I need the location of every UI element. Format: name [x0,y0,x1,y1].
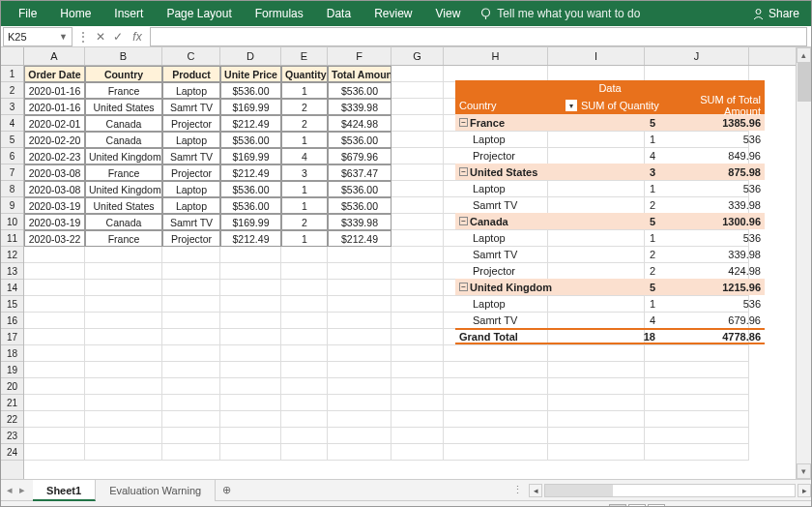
cell[interactable]: 1 [281,82,328,99]
row-header[interactable]: 10 [1,214,23,230]
cell[interactable] [328,428,392,444]
row-header[interactable]: 2 [1,82,23,99]
tab-split[interactable]: ⋮ [512,484,523,496]
cell[interactable]: Canada [85,132,162,148]
ribbon-tab-review[interactable]: Review [362,1,423,26]
pivot-item[interactable]: Laptop1536 [455,180,765,196]
cell[interactable]: 2020-01-16 [24,99,85,115]
cell[interactable] [548,378,645,395]
cell[interactable] [85,329,162,345]
cell[interactable] [220,395,281,411]
cell[interactable] [85,263,162,280]
cell[interactable] [24,428,85,444]
cell[interactable] [162,428,220,444]
tab-evaluation[interactable]: Evaluation Warning [96,480,216,501]
cell[interactable]: Projector [162,115,220,132]
cell[interactable] [85,296,162,313]
cell[interactable]: 3 [281,164,328,181]
col-header[interactable]: D [220,47,281,65]
cell[interactable]: $536.00 [328,132,392,148]
cell[interactable] [392,247,444,263]
pivot-group[interactable]: −Canada51300.96 [455,213,765,229]
cell[interactable] [444,378,548,395]
row-header[interactable]: 24 [1,444,23,461]
cell[interactable] [328,296,392,313]
cell[interactable] [392,230,444,247]
cell[interactable] [162,444,220,461]
cell[interactable] [24,313,85,329]
cell[interactable] [392,313,444,329]
row-header[interactable]: 19 [1,362,23,378]
cell[interactable]: 1 [281,197,328,214]
cell[interactable] [162,395,220,411]
cell[interactable] [645,345,749,362]
cell[interactable] [392,362,444,378]
row-header[interactable]: 11 [1,230,23,247]
cell[interactable] [548,345,645,362]
cell[interactable] [162,362,220,378]
ribbon-tab-data[interactable]: Data [315,1,362,26]
ribbon-tab-file[interactable]: File [7,1,48,26]
cell[interactable]: $536.00 [220,197,281,214]
add-sheet-button[interactable]: ⊕ [216,484,237,496]
cell[interactable]: 2020-03-19 [24,197,85,214]
cell[interactable] [645,362,749,378]
hscroll-track[interactable] [544,484,796,497]
cell[interactable] [85,280,162,296]
pivot-item[interactable]: Samrt TV2339.98 [455,246,765,262]
cell[interactable] [328,362,392,378]
cell[interactable] [392,280,444,296]
col-header[interactable]: G [392,47,444,65]
row-header[interactable]: 7 [1,164,23,181]
cell[interactable] [392,66,444,82]
cell[interactable]: $169.99 [220,214,281,230]
cell[interactable]: 2 [281,99,328,115]
cell[interactable]: Samrt TV [162,148,220,164]
cell[interactable] [392,395,444,411]
cell[interactable] [220,313,281,329]
cell[interactable] [24,296,85,313]
cell[interactable]: United States [85,99,162,115]
cell[interactable] [328,280,392,296]
row-header[interactable]: 5 [1,132,23,148]
cell[interactable]: Product [162,66,220,82]
fx-icon[interactable]: fx [129,30,146,44]
cell[interactable]: Laptop [162,181,220,197]
row-header[interactable]: 13 [1,263,23,280]
ribbon-tab-home[interactable]: Home [48,1,102,26]
cell[interactable] [281,313,328,329]
cell[interactable]: $212.49 [328,230,392,247]
row-header[interactable]: 16 [1,313,23,329]
row-header[interactable]: 12 [1,247,23,263]
cell[interactable]: $536.00 [220,181,281,197]
cell[interactable] [392,411,444,428]
ribbon-tab-insert[interactable]: Insert [102,1,155,26]
tab-nav[interactable]: ◂ ▸ [1,484,33,496]
row-header[interactable]: 20 [1,378,23,395]
ribbon-tab-view[interactable]: View [424,1,473,26]
row-header[interactable]: 8 [1,181,23,197]
cell[interactable]: $339.98 [328,214,392,230]
row-header[interactable]: 4 [1,115,23,132]
cell[interactable]: $339.98 [328,99,392,115]
cell[interactable] [220,362,281,378]
col-header[interactable]: A [24,47,85,65]
cell[interactable] [392,444,444,461]
ribbon-tab-page-layout[interactable]: Page Layout [155,1,243,26]
cell[interactable] [162,411,220,428]
cell[interactable]: 1 [281,181,328,197]
collapse-icon[interactable]: − [459,217,468,225]
cell[interactable] [645,411,749,428]
cell[interactable] [220,263,281,280]
formula-input[interactable] [150,27,807,46]
cell[interactable] [392,115,444,132]
collapse-icon[interactable]: − [459,118,468,127]
row-header[interactable]: 1 [1,66,23,82]
cell[interactable] [392,181,444,197]
cell[interactable] [24,247,85,263]
cell[interactable] [281,395,328,411]
cell[interactable] [220,329,281,345]
cell[interactable]: 2020-03-22 [24,230,85,247]
cell[interactable]: $679.96 [328,148,392,164]
col-header[interactable]: H [444,47,548,65]
